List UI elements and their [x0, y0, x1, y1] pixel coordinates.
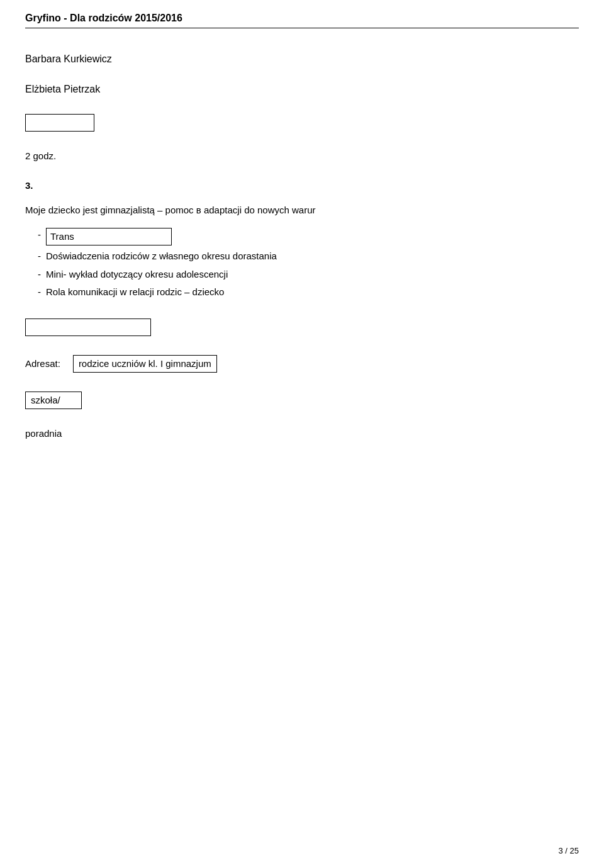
empty-box-row: [25, 114, 579, 132]
topic-text-content: Moje dziecko jest gimnazjalistą – pomoc …: [25, 205, 316, 215]
bottom-box-row: [25, 318, 579, 336]
bullet-text-2: Doświadczenia rodziców z własnego okresu…: [46, 249, 277, 264]
szkola-row: szkoła/: [25, 392, 579, 409]
header: Gryfino - Dla rodziców 2015/2016: [25, 13, 579, 28]
szkola-text: szkoła/: [31, 395, 60, 405]
adresat-label: Adresat:: [25, 358, 60, 369]
adresat-value: rodzice uczniów kl. I gimnazjum: [79, 358, 211, 369]
header-title: Gryfino - Dla rodziców 2015/2016: [25, 13, 182, 23]
author1-name: Barbara Kurkiewicz: [25, 54, 112, 64]
bullet-item-2: - Doświadczenia rodziców z własnego okre…: [38, 249, 579, 264]
adresat-box: rodzice uczniów kl. I gimnazjum: [73, 355, 217, 373]
bottom-empty-box: [25, 318, 151, 336]
topic-row: Moje dziecko jest gimnazjalistą – pomoc …: [25, 203, 579, 300]
topic-main-text: Moje dziecko jest gimnazjalistą – pomoc …: [25, 205, 316, 215]
duration-label: 2 godz.: [25, 150, 56, 161]
number-row: 3.: [25, 180, 579, 191]
dash-4: -: [38, 285, 41, 300]
author2-name: Elżbieta Pietrzak: [25, 84, 100, 94]
dash-3: -: [38, 268, 41, 282]
page-container: Gryfino - Dla rodziców 2015/2016 Barbara…: [0, 0, 604, 868]
adresat-row: Adresat: rodzice uczniów kl. I gimnazjum: [25, 355, 579, 373]
page-number-text: 3 / 25: [558, 846, 579, 855]
bullet-item-1: - Trans: [38, 228, 579, 246]
item-number: 3.: [25, 180, 33, 191]
page-number: 3 / 25: [558, 846, 579, 855]
trans-text: Trans: [50, 231, 74, 242]
bullet-text-4: Rola komunikacji w relacji rodzic – dzie…: [46, 285, 224, 300]
bullet-item-4: - Rola komunikacji w relacji rodzic – dz…: [38, 285, 579, 300]
author1-row: Barbara Kurkiewicz: [25, 54, 579, 65]
trans-box: Trans: [46, 228, 172, 246]
duration-row: 2 godz.: [25, 150, 579, 161]
bullet-item-3: - Mini- wykład dotyczący okresu adolesce…: [38, 268, 579, 282]
dash-1: -: [38, 228, 41, 242]
empty-box-1: [25, 114, 94, 132]
szkola-box: szkoła/: [25, 392, 82, 409]
poradnia-row: poradnia: [25, 428, 579, 439]
poradnia-text: poradnia: [25, 428, 62, 439]
bullet-list: - Trans - Doświadczenia rodziców z własn…: [38, 228, 579, 300]
dash-2: -: [38, 249, 41, 264]
bullet-text-3: Mini- wykład dotyczący okresu adolescenc…: [46, 268, 228, 282]
author2-row: Elżbieta Pietrzak: [25, 84, 579, 95]
